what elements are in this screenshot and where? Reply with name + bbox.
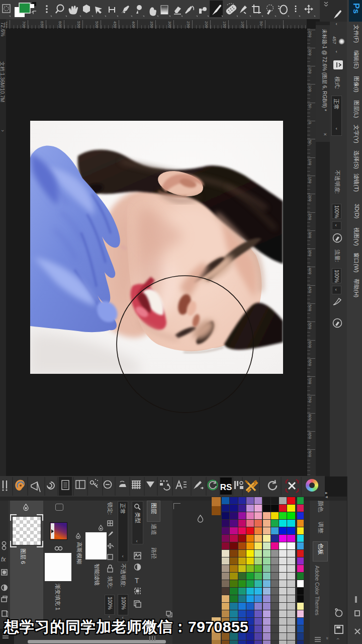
svg-text:RS: RS: [220, 482, 232, 492]
svg-text:fx: fx: [1, 556, 6, 563]
svg-text:T: T: [135, 577, 139, 585]
